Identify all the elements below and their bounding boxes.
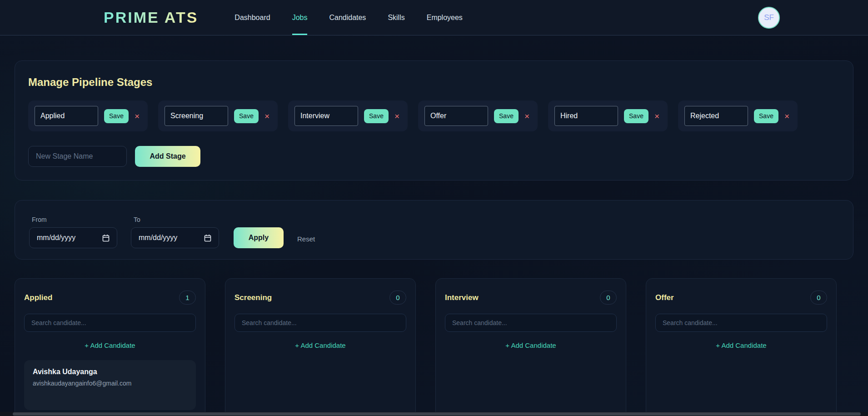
stage-name-input[interactable] (294, 106, 358, 126)
remove-stage-button[interactable]: × (784, 112, 789, 120)
search-candidate-input[interactable] (655, 314, 827, 332)
calendar-icon[interactable] (204, 234, 211, 242)
app-logo: PRIME ATS (104, 9, 198, 26)
pipeline-stages-panel: Manage Pipeline Stages Save × Save × Sav… (15, 60, 853, 180)
stage-card-applied: Save × (28, 100, 148, 131)
new-stage-row: Add Stage (28, 146, 840, 167)
column-title: Offer (655, 293, 674, 302)
stage-name-input[interactable] (35, 106, 98, 126)
from-label: From (32, 216, 117, 223)
nav-skills[interactable]: Skills (388, 0, 404, 35)
column-title: Applied (24, 293, 52, 302)
to-date-value: mm/dd/yyyy (139, 234, 177, 242)
close-icon: × (135, 111, 140, 121)
column-count-badge: 1 (179, 291, 196, 305)
scrollbar-thumb[interactable] (13, 412, 861, 416)
main-nav: Dashboard Jobs Candidates Skills Employe… (234, 0, 463, 35)
close-icon: × (264, 111, 269, 121)
remove-stage-button[interactable]: × (135, 112, 140, 120)
column-header: Interview 0 (445, 291, 617, 305)
stage-name-input[interactable] (165, 106, 228, 126)
horizontal-scrollbar[interactable] (0, 412, 868, 416)
save-stage-button[interactable]: Save (624, 109, 649, 123)
search-candidate-input[interactable] (234, 314, 406, 332)
page: PRIME ATS Dashboard Jobs Candidates Skil… (0, 0, 868, 416)
nav-dashboard[interactable]: Dashboard (234, 0, 270, 35)
column-count-badge: 0 (810, 291, 827, 305)
nav-employees[interactable]: Employees (427, 0, 463, 35)
close-icon: × (784, 111, 789, 121)
save-stage-button[interactable]: Save (364, 109, 389, 123)
add-candidate-link[interactable]: + Add Candidate (234, 341, 406, 349)
close-icon: × (394, 111, 399, 121)
stage-card-rejected: Save × (678, 100, 798, 131)
remove-stage-button[interactable]: × (654, 112, 659, 120)
stage-name-input[interactable] (684, 106, 748, 126)
column-header: Screening 0 (234, 291, 406, 305)
close-icon: × (654, 111, 659, 121)
column-count-badge: 0 (389, 291, 406, 305)
kanban-board: Applied 1 + Add Candidate Avishka Udayan… (15, 278, 853, 416)
date-filter-panel: From mm/dd/yyyy To mm/dd/yyyy (15, 200, 853, 260)
stage-card-screening: Save × (158, 100, 278, 131)
add-stage-button[interactable]: Add Stage (135, 146, 200, 167)
remove-stage-button[interactable]: × (524, 112, 529, 120)
column-screening: Screening 0 + Add Candidate (225, 278, 416, 416)
add-candidate-link[interactable]: + Add Candidate (24, 341, 196, 349)
nav-jobs[interactable]: Jobs (292, 0, 308, 35)
stage-card-interview: Save × (288, 100, 408, 131)
to-date-input[interactable]: mm/dd/yyyy (131, 227, 219, 248)
remove-stage-button[interactable]: × (394, 112, 399, 120)
save-stage-button[interactable]: Save (234, 109, 259, 123)
to-label: To (134, 216, 219, 223)
save-stage-button[interactable]: Save (104, 109, 129, 123)
panel-title: Manage Pipeline Stages (28, 76, 840, 89)
candidate-card[interactable]: Avishka Udayanga avishkaudayangainfo6@gm… (24, 360, 196, 410)
add-candidate-link[interactable]: + Add Candidate (655, 341, 827, 349)
from-date-input[interactable]: mm/dd/yyyy (29, 227, 117, 248)
new-stage-input[interactable] (28, 146, 127, 167)
nav-candidates[interactable]: Candidates (329, 0, 366, 35)
column-title: Interview (445, 293, 479, 302)
to-date-field: To mm/dd/yyyy (131, 216, 219, 248)
search-candidate-input[interactable] (445, 314, 617, 332)
column-interview: Interview 0 + Add Candidate (435, 278, 626, 416)
candidate-email: avishkaudayangainfo6@gmail.com (33, 380, 187, 387)
column-applied: Applied 1 + Add Candidate Avishka Udayan… (15, 278, 205, 416)
search-candidate-input[interactable] (24, 314, 196, 332)
from-date-field: From mm/dd/yyyy (29, 216, 117, 248)
save-stage-button[interactable]: Save (754, 109, 778, 123)
stage-card-hired: Save × (548, 100, 668, 131)
stage-name-input[interactable] (424, 106, 488, 126)
stages-row: Save × Save × Save × Save × Save × (28, 100, 840, 131)
column-header: Applied 1 (24, 291, 196, 305)
stage-name-input[interactable] (554, 106, 618, 126)
user-avatar[interactable]: SF (758, 7, 780, 29)
column-count-badge: 0 (600, 291, 617, 305)
column-header: Offer 0 (655, 291, 827, 305)
remove-stage-button[interactable]: × (264, 112, 269, 120)
column-title: Screening (234, 293, 272, 302)
close-icon: × (524, 111, 529, 121)
calendar-icon[interactable] (102, 234, 110, 242)
stage-card-offer: Save × (418, 100, 538, 131)
top-nav-bar: PRIME ATS Dashboard Jobs Candidates Skil… (0, 0, 868, 35)
add-candidate-link[interactable]: + Add Candidate (445, 341, 617, 349)
save-stage-button[interactable]: Save (494, 109, 519, 123)
apply-filter-button[interactable]: Apply (234, 227, 284, 248)
column-offer: Offer 0 + Add Candidate (646, 278, 837, 416)
reset-filter-link[interactable]: Reset (297, 235, 315, 243)
from-date-value: mm/dd/yyyy (37, 234, 75, 242)
candidate-name: Avishka Udayanga (33, 368, 187, 376)
